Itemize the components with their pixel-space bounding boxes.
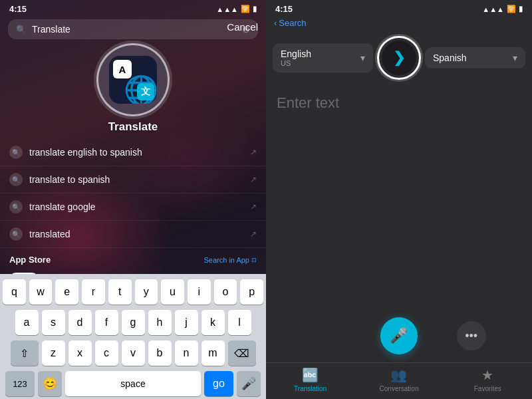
app-name-label: Translate — [108, 120, 158, 134]
swap-chevron-icon: ❯ — [393, 49, 405, 66]
key-g[interactable]: g — [122, 310, 145, 335]
tab-conversation[interactable]: 👥 Conversation — [354, 367, 443, 392]
conversation-tab-icon: 👥 — [390, 367, 407, 383]
key-r[interactable]: r — [82, 279, 105, 305]
search-in-app-icon: ⊡ — [251, 257, 257, 263]
search-in-app-link[interactable]: Search in App ⊡ — [204, 256, 257, 264]
suggestion-search-icon: 🔍 — [9, 146, 23, 159]
suggestion-text: translated — [29, 229, 243, 239]
key-mic[interactable]: 🎤 — [237, 371, 261, 396]
key-q[interactable]: q — [3, 279, 26, 305]
microphone-icon: 🎤 — [390, 327, 408, 344]
target-language-button[interactable]: Spanish ▾ — [425, 47, 525, 68]
suggestion-search-icon: 🔍 — [9, 200, 23, 213]
cancel-button[interactable]: Cancel — [227, 21, 258, 33]
suggestion-item[interactable]: 🔍 translated ↗ — [0, 221, 266, 248]
key-go[interactable]: go — [204, 371, 233, 396]
more-options-button[interactable]: ••• — [457, 321, 486, 350]
key-n[interactable]: n — [175, 340, 198, 366]
key-l[interactable]: l — [228, 310, 251, 335]
microphone-button[interactable]: 🎤 — [380, 317, 418, 354]
right-signal-icon: ▲▲▲ — [482, 5, 504, 13]
favorites-tab-label: Favorites — [474, 385, 501, 392]
right-top-nav: ‹ Search — [266, 15, 532, 31]
key-t[interactable]: t — [108, 279, 132, 305]
suggestion-text: translate english to spanish — [29, 147, 243, 158]
keyboard: q w e r t y u i o p a s d f g h j k l ⇧ … — [0, 274, 266, 399]
signal-icon: ▲▲▲ — [216, 5, 238, 13]
letter-chinese-badge: 文 — [137, 83, 154, 100]
suggestion-search-icon: 🔍 — [9, 173, 23, 186]
favorites-tab-icon: ★ — [481, 367, 493, 383]
swap-languages-button[interactable]: ❯ — [382, 41, 416, 75]
key-p[interactable]: p — [240, 279, 263, 305]
key-h[interactable]: h — [148, 310, 172, 335]
key-i[interactable]: i — [188, 279, 211, 305]
key-o[interactable]: o — [214, 279, 237, 305]
search-input[interactable] — [32, 24, 237, 35]
translate-input-area[interactable]: Enter text — [266, 85, 532, 309]
source-language-button[interactable]: English US ▾ — [273, 43, 373, 72]
section-title: App Store — [9, 255, 51, 265]
key-numbers[interactable]: 123 — [5, 371, 35, 396]
key-m[interactable]: m — [201, 340, 225, 366]
source-lang-chevron-icon: ▾ — [360, 53, 365, 63]
right-wifi-icon: 🛜 — [507, 5, 516, 13]
key-v[interactable]: v — [122, 340, 145, 366]
keyboard-row-3: ⇧ z x c v b n m ⌫ — [3, 340, 263, 366]
left-status-icons: ▲▲▲ 🛜 ▮ — [216, 5, 257, 13]
key-k[interactable]: k — [201, 310, 225, 335]
key-d[interactable]: d — [68, 310, 92, 335]
right-panel: 4:15 ▲▲▲ 🛜 ▮ ‹ Search English US ▾ ❯ — [266, 0, 532, 399]
tab-favorites[interactable]: ★ Favorites — [444, 367, 532, 392]
key-delete[interactable]: ⌫ — [228, 340, 256, 366]
key-emoji[interactable]: 😊 — [38, 371, 62, 396]
target-lang-info: Spanish — [433, 53, 467, 63]
translation-tab-icon: 🔤 — [302, 367, 319, 383]
suggestion-arrow-icon: ↗ — [250, 175, 257, 184]
target-lang-name: Spanish — [433, 53, 467, 63]
battery-icon: ▮ — [253, 5, 257, 13]
suggestion-arrow-icon: ↗ — [250, 229, 257, 239]
right-status-bar: 4:15 ▲▲▲ 🛜 ▮ — [266, 0, 532, 15]
suggestion-item[interactable]: 🔍 translate to spanish ↗ — [0, 166, 266, 194]
suggestion-item[interactable]: 🔍 translate google ↗ — [0, 194, 266, 221]
target-lang-chevron-icon: ▾ — [513, 53, 517, 63]
source-lang-name: English — [281, 49, 311, 59]
key-w[interactable]: w — [29, 279, 53, 305]
key-shift[interactable]: ⇧ — [11, 340, 39, 366]
suggestion-text: translate to spanish — [29, 174, 243, 185]
search-icon: 🔍 — [16, 25, 27, 35]
left-time: 4:15 — [9, 4, 27, 14]
key-j[interactable]: j — [175, 310, 198, 335]
key-y[interactable]: y — [135, 279, 158, 305]
key-c[interactable]: c — [95, 340, 118, 366]
suggestion-arrow-icon: ↗ — [250, 202, 257, 211]
back-search-button[interactable]: ‹ Search — [274, 18, 307, 28]
search-bar[interactable]: 🔍 ⊗ — [8, 19, 258, 39]
key-u[interactable]: u — [161, 279, 184, 305]
keyboard-row-2: a s d f g h j k l — [3, 310, 263, 335]
key-e[interactable]: e — [55, 279, 78, 305]
suggestion-text: translate google — [29, 201, 243, 212]
suggestion-item[interactable]: 🔍 translate english to spanish ↗ — [0, 139, 266, 166]
bottom-controls: 🎤 ••• — [266, 309, 532, 362]
tab-translation[interactable]: 🔤 Translation — [266, 367, 354, 392]
suggestion-arrow-icon: ↗ — [250, 148, 257, 157]
wifi-icon: 🛜 — [241, 5, 250, 13]
key-space[interactable]: space — [65, 371, 201, 396]
key-f[interactable]: f — [95, 310, 118, 335]
key-a[interactable]: a — [15, 310, 39, 335]
key-b[interactable]: b — [148, 340, 172, 366]
chevron-left-icon: ‹ — [274, 18, 277, 28]
right-status-icons: ▲▲▲ 🛜 ▮ — [482, 5, 523, 13]
source-lang-info: English US — [281, 49, 311, 67]
key-z[interactable]: z — [42, 340, 65, 366]
key-s[interactable]: s — [42, 310, 65, 335]
keyboard-bottom-row: 123 😊 space go 🎤 — [3, 371, 263, 396]
translation-tab-label: Translation — [294, 385, 327, 392]
translate-app-icon[interactable]: 🌐 A 文 — [109, 56, 157, 104]
right-time: 4:15 — [275, 4, 293, 14]
conversation-tab-label: Conversation — [380, 385, 419, 392]
key-x[interactable]: x — [68, 340, 92, 366]
